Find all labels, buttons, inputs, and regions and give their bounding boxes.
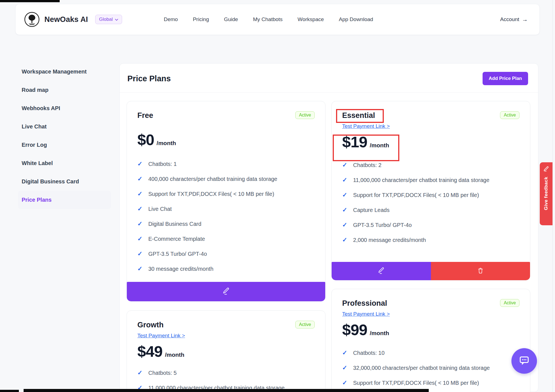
- screenshot-border-bottom: [24, 389, 429, 392]
- feature-text: 32,000,000 characters/per chatbot traini…: [353, 365, 490, 371]
- price-row: $49 /month: [137, 344, 315, 359]
- feature-item: ✓Chatbots: 2: [342, 158, 519, 173]
- sidebar-item-workspace-management[interactable]: Workspace Management: [18, 62, 111, 81]
- feature-text: Chatbots: 2: [353, 162, 381, 168]
- status-badge: Active: [295, 321, 315, 328]
- feature-list: ✓Chatbots: 5 ✓11,000,000 characters/per …: [137, 365, 315, 392]
- feature-text: GPT-3.5 Turbo/ GPT-4o: [353, 222, 412, 228]
- nav-item-pricing[interactable]: Pricing: [193, 16, 209, 22]
- sidebar-item-webhooks-api[interactable]: Webhooks API: [18, 99, 111, 117]
- trash-icon: [477, 267, 484, 275]
- sidebar-item-digital-business-card[interactable]: Digital Business Card: [18, 172, 111, 191]
- feature-text: Digital Business Card: [148, 221, 201, 227]
- nav-item-app-download[interactable]: App Download: [339, 16, 373, 22]
- check-icon: ✓: [342, 364, 347, 371]
- status-badge: Active: [500, 111, 519, 119]
- feature-text: Support for TXT,PDF,DOCX Files( < 10 MB …: [353, 192, 479, 198]
- feature-item: ✓32,000,000 characters/per chatbot train…: [342, 360, 519, 375]
- nav-item-workspace[interactable]: Workspace: [297, 16, 324, 22]
- plan-price: $0: [137, 132, 154, 148]
- check-icon: ✓: [137, 235, 142, 242]
- check-icon: ✓: [342, 379, 347, 386]
- feature-item: ✓Chatbots: 1: [137, 156, 315, 171]
- check-icon: ✓: [137, 369, 142, 376]
- test-payment-link[interactable]: Test Payment Link >: [137, 333, 185, 339]
- check-icon: ✓: [137, 190, 142, 198]
- sidebar-item-error-log[interactable]: Error Log: [18, 136, 111, 154]
- feature-item: ✓Support for TXT,PDF,DOCX Files( < 10 MB…: [137, 186, 315, 201]
- feature-item: ✓11,000,000 characters/per chatbot train…: [342, 173, 519, 188]
- feature-item: ✓Capture Leads: [342, 203, 519, 218]
- feedback-label: Give feedback: [543, 177, 549, 210]
- feature-item: ✓GPT-3.5 Turbo/ GPT-4o: [342, 218, 519, 232]
- region-label: Global: [99, 17, 113, 22]
- page-title: Price Plans: [127, 74, 171, 83]
- plan-name: Free: [137, 111, 153, 120]
- arrow-right-icon: →: [522, 16, 528, 23]
- sidebar-item-live-chat[interactable]: Live Chat: [18, 117, 111, 136]
- price-row: $99 /month: [342, 322, 519, 338]
- panel-divider: [120, 92, 538, 93]
- check-icon: ✓: [137, 250, 142, 257]
- card-action-buttons: [332, 262, 530, 280]
- plan-card-growth: Growth Active Test Payment Link > $49 /m…: [127, 310, 326, 392]
- feature-item: ✓Support for TXT,PDF,DOCX Files( < 10 MB…: [342, 188, 519, 203]
- check-icon: ✓: [342, 161, 347, 169]
- card-header: Essential Active: [342, 111, 519, 120]
- test-payment-link[interactable]: Test Payment Link >: [342, 123, 390, 129]
- check-icon: ✓: [342, 236, 347, 244]
- add-price-plan-button[interactable]: Add Price Plan: [483, 72, 528, 85]
- main-nav: Demo Pricing Guide My Chatbots Workspace…: [164, 16, 373, 22]
- feature-text: GPT-3.5 Turbo/ GPT-4o: [148, 251, 207, 257]
- feature-item: ✓Digital Business Card: [137, 216, 315, 231]
- plan-card-professional: Professional Active Test Payment Link > …: [331, 289, 530, 392]
- delete-plan-button[interactable]: [431, 262, 530, 280]
- nav-item-my-chatbots[interactable]: My Chatbots: [253, 16, 283, 22]
- plan-card-free: Free Active $0 /month ✓Chatbots: 1 ✓400,…: [127, 101, 326, 302]
- check-icon: ✓: [342, 349, 347, 356]
- feature-text: Support for TXT,PDF,DOCX Files( < 10 MB …: [353, 380, 479, 386]
- plan-period: /month: [370, 330, 389, 337]
- nav-item-demo[interactable]: Demo: [164, 16, 178, 22]
- pencil-icon: [222, 287, 230, 296]
- edit-plan-button[interactable]: [332, 262, 431, 280]
- brand-logo[interactable]: [24, 11, 40, 27]
- check-icon: ✓: [137, 265, 142, 272]
- screenshot-border-bottom-left: [0, 390, 19, 392]
- page: NewOaks AI Global Demo Pricing Guide My …: [0, 0, 555, 392]
- sidebar-item-price-plans[interactable]: Price Plans: [18, 191, 111, 209]
- feature-text: Capture Leads: [353, 207, 389, 213]
- card-header: Growth Active: [137, 321, 315, 329]
- edit-plan-button[interactable]: [127, 282, 325, 301]
- region-selector[interactable]: Global: [95, 15, 122, 24]
- card-header: Free Active: [137, 111, 315, 120]
- plan-name: Growth: [137, 321, 164, 329]
- feature-text: Chatbots: 1: [148, 161, 176, 167]
- feature-list: ✓Chatbots: 10 ✓32,000,000 characters/per…: [342, 345, 519, 390]
- top-navbar: NewOaks AI Global Demo Pricing Guide My …: [15, 4, 540, 35]
- feature-item: ✓Chatbots: 5: [137, 365, 315, 380]
- screenshot-border-top: [0, 0, 60, 2]
- feature-item: ✓400,000 characters/per chatbot training…: [137, 171, 315, 186]
- feature-item: ✓Live Chat: [137, 201, 315, 216]
- feature-item: ✓Support for TXT,PDF,DOCX Files( < 10 MB…: [342, 375, 519, 390]
- nav-item-guide[interactable]: Guide: [224, 16, 238, 22]
- feature-item: ✓30 message credits/month: [137, 261, 315, 276]
- chat-widget-button[interactable]: [511, 348, 537, 374]
- panel-header: Price Plans Add Price Plan: [120, 64, 538, 92]
- feature-text: Support for TXT,PDF,DOCX Files( < 10 MB …: [148, 191, 274, 197]
- give-feedback-tab[interactable]: Give feedback: [540, 162, 553, 225]
- sidebar-item-white-label[interactable]: White Label: [18, 154, 111, 172]
- feature-item: ✓2,000 message credits/month: [342, 232, 519, 247]
- chevron-down-icon: [115, 17, 118, 22]
- brand-name: NewOaks AI: [44, 15, 88, 24]
- tree-logo-icon: [24, 24, 40, 28]
- plan-price: $99: [342, 322, 367, 338]
- test-payment-link[interactable]: Test Payment Link >: [342, 311, 390, 317]
- account-link[interactable]: Account →: [500, 16, 528, 23]
- plan-price: $19: [342, 134, 367, 150]
- plan-price: $49: [137, 344, 162, 359]
- sidebar-item-road-map[interactable]: Road map: [18, 81, 111, 99]
- check-icon: ✓: [342, 221, 347, 229]
- check-icon: ✓: [137, 220, 142, 227]
